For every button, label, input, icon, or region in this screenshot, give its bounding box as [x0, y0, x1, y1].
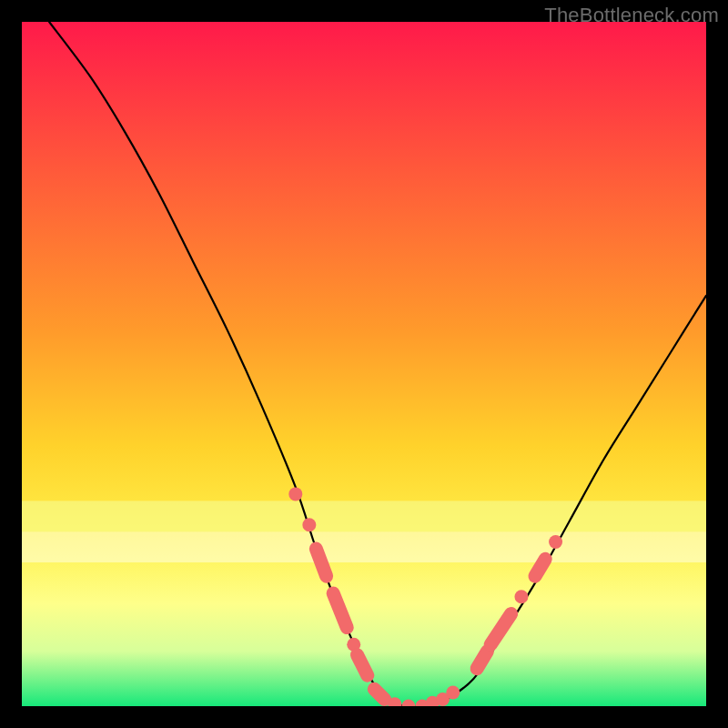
curve-pill — [535, 559, 545, 576]
curve-dot — [446, 685, 460, 699]
curve-dot — [302, 518, 316, 531]
curve-pill — [477, 652, 487, 669]
bottleneck-chart — [22, 22, 706, 706]
curve-pill — [357, 655, 367, 676]
curve-pill — [374, 689, 384, 699]
curve-pill — [316, 549, 326, 576]
curve-dot — [514, 590, 528, 603]
curve-dot — [288, 487, 302, 500]
highlight-band — [22, 531, 706, 562]
gradient-background — [22, 22, 706, 706]
curve-dot — [549, 535, 562, 549]
highlight-bands — [22, 500, 706, 562]
chart-frame — [22, 22, 706, 706]
watermark-label: TheBottleneck.com — [544, 4, 719, 27]
highlight-band — [22, 500, 706, 531]
